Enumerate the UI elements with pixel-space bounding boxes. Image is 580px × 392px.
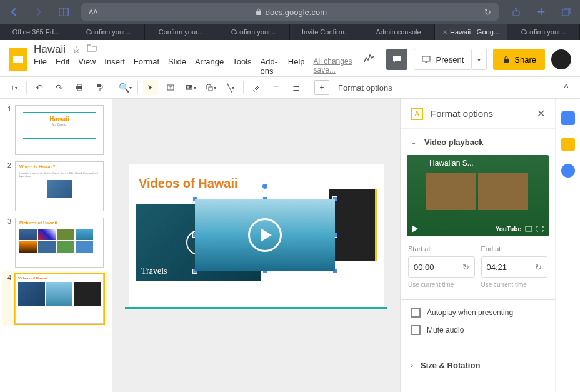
section-video-playback[interactable]: ⌄ Video playback	[401, 129, 555, 155]
chevron-right-icon: ›	[411, 361, 413, 369]
filmstrip: 1 Hawaii Mr. Carrez 2 Where is Hawaii? H…	[0, 99, 112, 392]
share-button[interactable]: Share	[493, 49, 545, 70]
url-text: docs.google.com	[103, 8, 479, 17]
new-tab-icon[interactable]: +	[534, 4, 549, 19]
save-status: All changes save...	[314, 57, 353, 76]
svg-rect-4	[562, 9, 569, 16]
fullscreen-icon[interactable]	[536, 226, 544, 232]
menu-view[interactable]: View	[78, 57, 96, 76]
reader-icon[interactable]: AA	[89, 8, 98, 16]
doc-title[interactable]: Hawaii	[34, 43, 66, 56]
star-icon[interactable]: ☆	[72, 44, 81, 56]
menu-bar: File Edit View Insert Format Slide Arran…	[34, 57, 352, 76]
browser-tab[interactable]: Confirm your...	[508, 24, 580, 40]
format-options-panel: A Format options ✕ ⌄ Video playback Hawa…	[400, 99, 555, 392]
present-icon	[422, 55, 431, 64]
menu-insert[interactable]: Insert	[104, 57, 125, 76]
use-current-time[interactable]: Use current time	[481, 281, 548, 288]
slide-canvas[interactable]: Videos of Hawaii Travels	[112, 99, 400, 392]
menu-format[interactable]: Format	[134, 57, 159, 76]
play-icon[interactable]	[412, 225, 418, 233]
border-color-button[interactable]	[249, 80, 264, 95]
svg-rect-7	[504, 59, 509, 63]
border-dash-button[interactable]: ≣	[289, 80, 304, 95]
end-time-input[interactable]: 04:21 ↻	[481, 256, 548, 278]
side-panel	[555, 99, 580, 392]
slide-thumbnail[interactable]: 4 Videos of Hawaii	[2, 271, 109, 326]
textbox-tool[interactable]: T	[163, 80, 178, 95]
line-tool[interactable]: ╲▾	[223, 80, 238, 95]
select-tool[interactable]	[143, 80, 158, 95]
paint-format-button[interactable]	[92, 80, 107, 95]
section-size-rotation[interactable]: › Size & Rotation	[401, 352, 555, 378]
browser-tab[interactable]: Invite Confirm...	[290, 24, 362, 40]
slide-thumbnail[interactable]: 2 Where is Hawaii? Hawaii is a part of t…	[4, 161, 108, 211]
bookmarks-icon[interactable]	[56, 4, 71, 19]
image-tool[interactable]: ▾	[183, 80, 198, 95]
undo-button[interactable]: ↶	[32, 80, 47, 95]
chevron-down-icon: ⌄	[411, 138, 417, 146]
new-slide-button[interactable]: +▾	[6, 80, 21, 95]
browser-tab[interactable]: Admin console	[362, 24, 435, 40]
video-preview[interactable]: Hawaiian S... YouTube	[407, 155, 549, 236]
back-icon[interactable]	[6, 4, 21, 19]
menu-slide[interactable]: Slide	[168, 57, 186, 76]
mute-checkbox[interactable]: Mute audio	[401, 321, 555, 339]
tasks-icon[interactable]	[561, 164, 575, 178]
menu-help[interactable]: Help	[288, 57, 305, 76]
video-object-selected[interactable]	[195, 186, 335, 284]
browser-tab[interactable]: Confirm your...	[218, 24, 290, 40]
format-options-button[interactable]: Format options	[334, 83, 396, 93]
share-icon[interactable]	[509, 4, 524, 19]
slide-thumbnail[interactable]: 1 Hawaii Mr. Carrez	[4, 105, 108, 155]
border-weight-button[interactable]: ≡	[269, 80, 284, 95]
keep-icon[interactable]	[561, 138, 575, 151]
slide-thumbnail[interactable]: 3 Pictures of Hawaii	[4, 218, 108, 268]
present-dropdown[interactable]: ▾	[472, 49, 487, 70]
browser-tab[interactable]: Confirm your...	[145, 24, 218, 40]
menu-tools[interactable]: Tools	[232, 57, 251, 76]
play-icon	[248, 218, 282, 252]
refresh-icon[interactable]: ↻	[535, 263, 542, 272]
calendar-icon[interactable]	[561, 111, 575, 125]
svg-rect-11	[97, 84, 101, 87]
present-button[interactable]: Present	[414, 49, 472, 70]
browser-toolbar: AA docs.google.com ↻ +	[0, 0, 580, 24]
menu-edit[interactable]: Edit	[56, 57, 69, 76]
rotate-handle[interactable]	[262, 184, 268, 189]
svg-rect-9	[78, 84, 81, 86]
browser-tab[interactable]: ✕Hawaii - Goog...	[435, 24, 508, 40]
menu-file[interactable]: File	[34, 57, 47, 76]
shape-tool[interactable]: ▾	[203, 80, 218, 95]
autoplay-checkbox[interactable]: Autoplay when presenting	[401, 304, 555, 321]
explore-icon[interactable]	[359, 49, 380, 70]
svg-rect-2	[256, 11, 261, 15]
address-bar[interactable]: AA docs.google.com ↻	[81, 3, 499, 21]
menu-addons[interactable]: Add-ons	[261, 57, 279, 76]
panel-title: Format options	[431, 108, 529, 119]
menu-arrange[interactable]: Arrange	[195, 57, 224, 76]
move-folder-icon[interactable]	[87, 44, 97, 55]
svg-text:T: T	[169, 85, 172, 91]
browser-tab[interactable]: Confirm your...	[72, 24, 145, 40]
reload-icon[interactable]: ↻	[484, 8, 491, 17]
print-button[interactable]	[72, 80, 87, 95]
close-icon[interactable]: ✕	[442, 29, 448, 36]
cast-icon[interactable]	[525, 226, 532, 232]
use-current-time[interactable]: Use current time	[408, 281, 475, 288]
slides-logo[interactable]	[9, 48, 28, 71]
more-button[interactable]: +	[314, 80, 329, 95]
collapse-toolbar-icon[interactable]: ^	[559, 80, 574, 95]
browser-tab[interactable]: Office 365 Ed...	[0, 24, 72, 40]
svg-rect-6	[422, 56, 430, 61]
comments-icon[interactable]	[386, 49, 408, 70]
tabs-icon[interactable]	[559, 4, 574, 19]
close-icon[interactable]: ✕	[537, 108, 545, 119]
user-avatar[interactable]	[551, 49, 571, 69]
forward-icon[interactable]	[31, 4, 46, 19]
redo-button[interactable]: ↷	[52, 80, 67, 95]
refresh-icon[interactable]: ↻	[462, 263, 469, 272]
zoom-button[interactable]: 🔍▾	[118, 80, 132, 95]
format-icon: A	[411, 108, 423, 120]
start-time-input[interactable]: 00:00 ↻	[408, 256, 475, 278]
